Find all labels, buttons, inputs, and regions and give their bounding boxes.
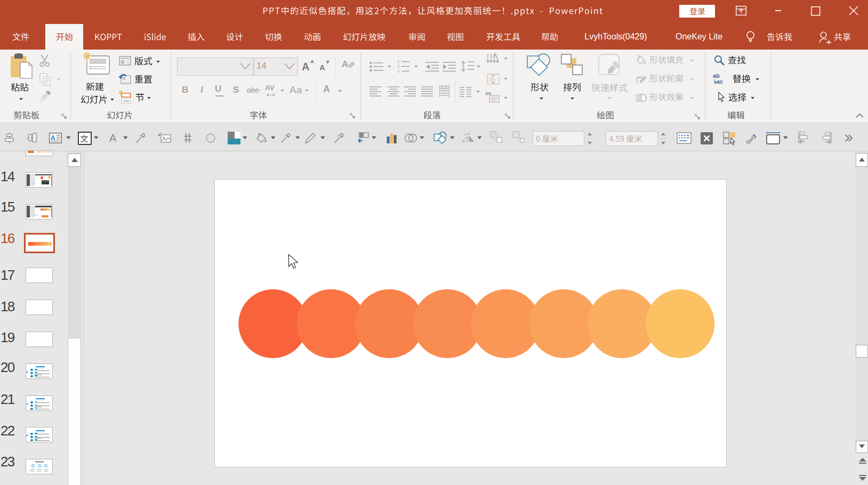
svg-text:3: 3 — [397, 69, 400, 74]
svg-text:2: 2 — [397, 64, 400, 69]
svg-text:ac: ac — [717, 78, 723, 85]
svg-text:A: A — [109, 132, 117, 144]
svg-text:A: A — [51, 134, 55, 142]
svg-text:1: 1 — [397, 60, 400, 64]
svg-text:A: A — [493, 53, 497, 59]
